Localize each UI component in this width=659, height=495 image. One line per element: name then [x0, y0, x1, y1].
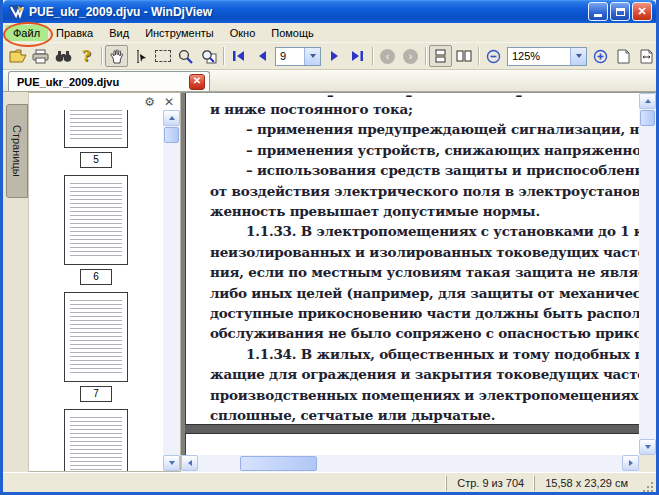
document-text-line: неизолированных и изолированных токоведу… — [210, 242, 639, 262]
menu-item-вид[interactable]: Вид — [101, 25, 137, 41]
facing-pages-icon — [456, 49, 472, 63]
document-bottom-row — [181, 455, 656, 472]
last-page-button[interactable] — [346, 45, 369, 67]
maximize-icon — [616, 8, 625, 16]
page-number-value: 9 — [276, 50, 304, 62]
thumbnails-panel: ⚙ ✕ 5678 — [29, 92, 181, 472]
menu-item-помощь[interactable]: Помощь — [263, 25, 322, 41]
menu-item-правка[interactable]: Правка — [48, 25, 101, 41]
magnifier-window-button[interactable] — [197, 45, 220, 67]
arrow-up-icon — [169, 116, 175, 120]
zoom-tool-button[interactable] — [174, 45, 197, 67]
document-horizontal-scrollbar[interactable] — [181, 455, 639, 472]
magnifier-page-icon — [201, 49, 217, 64]
zoom-in-button[interactable] — [589, 45, 612, 67]
thumbnails-panel-body: 5678 — [29, 110, 180, 471]
hand-tool-button[interactable] — [105, 45, 128, 67]
document-text-line: доступные прикосновению части должны быт… — [210, 303, 639, 323]
document-text-line: 1.1.34. В жилых, общественных и тому под… — [210, 344, 639, 364]
facing-pages-button[interactable] — [452, 45, 475, 67]
document-tab[interactable]: PUE_ukr_2009.djvu ✕ — [8, 71, 210, 91]
scrollbar-track[interactable] — [163, 144, 180, 455]
resize-grip[interactable] — [642, 481, 655, 494]
fit-width-button[interactable] — [635, 45, 658, 67]
document-text-line: производственных помещениях и электропом… — [210, 385, 639, 405]
chevron-down-icon — [576, 54, 582, 58]
panel-settings-gear-icon[interactable]: ⚙ — [144, 96, 155, 108]
back-button[interactable]: ‹ — [376, 45, 399, 67]
page-thumbnail-8[interactable] — [64, 409, 128, 471]
scrollbar-thumb[interactable] — [640, 110, 655, 126]
page-thumbnail-7[interactable] — [64, 292, 128, 382]
find-button[interactable] — [52, 45, 75, 67]
about-button[interactable]: ? — [75, 45, 98, 67]
open-button[interactable] — [6, 45, 29, 67]
menu-item-инструменты[interactable]: Инструменты — [137, 25, 222, 41]
scrollbar-thumb[interactable] — [240, 456, 317, 471]
tab-close-icon: ✕ — [193, 75, 201, 86]
forward-button[interactable]: › — [399, 45, 422, 67]
scroll-left-button[interactable] — [181, 455, 198, 471]
document-text-line: – применения предупреждающей сигнализаци… — [210, 119, 639, 139]
scroll-up-button[interactable] — [163, 110, 180, 126]
document-vertical-scrollbar[interactable] — [639, 93, 656, 455]
hand-icon — [110, 49, 124, 64]
page-combo-dropdown[interactable] — [304, 48, 320, 65]
first-page-button[interactable] — [227, 45, 250, 67]
page-number-label[interactable]: 7 — [80, 386, 112, 402]
document-pages: – – – и ниже постоянного тока;– применен… — [181, 93, 639, 455]
chevron-down-icon — [310, 54, 316, 58]
next-page-button[interactable] — [323, 45, 346, 67]
page-thumbnail-5[interactable] — [64, 110, 128, 148]
scroll-up-button[interactable] — [639, 93, 656, 109]
windjview-app-icon — [9, 4, 25, 20]
print-button[interactable] — [29, 45, 52, 67]
menu-item-окно[interactable]: Окно — [222, 25, 264, 41]
close-icon: ✕ — [637, 5, 646, 18]
scrollbar-thumb[interactable] — [164, 127, 179, 143]
actual-size-button[interactable] — [612, 45, 635, 67]
scroll-down-button[interactable] — [163, 455, 180, 471]
close-button[interactable]: ✕ — [632, 2, 652, 21]
prev-page-button[interactable] — [250, 45, 273, 67]
toolbar-separator — [425, 47, 426, 65]
sidebar-tab-strip: Страницы — [3, 92, 29, 472]
scrollbar-track[interactable] — [639, 127, 656, 439]
scrollbar-corner — [639, 455, 656, 472]
arrow-up-icon — [645, 99, 651, 103]
document-view-main: – – – и ниже постоянного тока;– применен… — [181, 93, 656, 455]
tab-close-button[interactable]: ✕ — [189, 74, 205, 90]
scroll-down-button[interactable] — [639, 439, 656, 455]
menu-item-файл[interactable]: Файл — [5, 25, 48, 41]
zoom-combo-dropdown[interactable] — [570, 48, 586, 65]
prev-page-icon — [257, 50, 267, 62]
scrollbar-track[interactable] — [317, 455, 622, 472]
select-rect-button[interactable] — [151, 45, 174, 67]
maximize-button[interactable] — [610, 2, 630, 21]
toolbar: ? — [3, 43, 656, 70]
select-text-button[interactable] — [128, 45, 151, 67]
single-page-layout-button[interactable] — [429, 45, 452, 67]
minimize-button[interactable] — [588, 2, 608, 21]
panel-close-icon[interactable]: ✕ — [164, 96, 174, 108]
document-view: – – – и ниже постоянного тока;– применен… — [181, 92, 656, 472]
scroll-right-button[interactable] — [622, 455, 639, 471]
sidebar-scrollbar[interactable] — [163, 110, 180, 471]
arrow-down-icon — [169, 461, 175, 465]
printer-icon — [32, 49, 49, 64]
page-number-label[interactable]: 5 — [80, 152, 112, 168]
page-thumbnail-6[interactable] — [64, 175, 128, 265]
document-text-line: – применения устройств, снижающих напряж… — [210, 140, 639, 160]
sidebar-tab-pages[interactable]: Страницы — [6, 104, 28, 198]
magnifier-icon — [178, 49, 193, 64]
zoom-combo[interactable]: 125% — [507, 47, 587, 66]
scrollbar-track[interactable] — [198, 455, 240, 472]
first-page-icon — [232, 50, 245, 62]
page-number-combo[interactable]: 9 — [275, 47, 321, 66]
page-number-label[interactable]: 6 — [80, 269, 112, 285]
windjview-window: PUE_ukr_2009.djvu - WinDjView ✕ ФайлПрав… — [0, 0, 659, 495]
status-page-size: 15,58 x 23,29 см — [534, 476, 638, 491]
thumbnail-text-preview — [70, 110, 122, 141]
toolbar-separator — [101, 47, 102, 65]
zoom-out-button[interactable] — [482, 45, 505, 67]
